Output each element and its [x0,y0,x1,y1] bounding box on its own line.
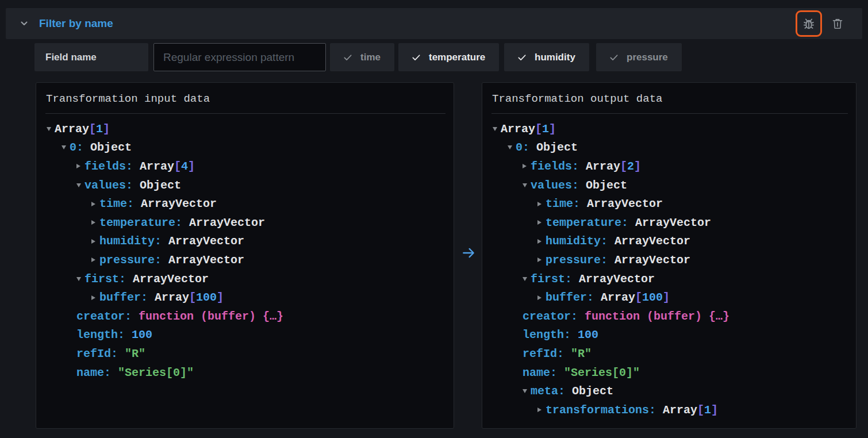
json-tree-row[interactable]: humidity: ArrayVector [482,232,851,251]
json-key: fields: [531,160,586,173]
json-tree-row[interactable]: fields: Array[4] [36,157,449,176]
collapse-toggle-icon[interactable] [523,277,531,281]
json-tree-row[interactable]: humidity: ArrayVector [36,232,449,251]
json-key: buffer: [99,291,155,304]
chevron-down-icon [20,19,29,28]
json-plain: Array [140,160,174,173]
transform-title[interactable]: Filter by name [39,17,113,30]
json-tree-row[interactable]: pressure: ArrayVector [36,251,449,270]
collapse-toggle-icon[interactable] [523,389,531,393]
json-key: pressure: [99,253,168,267]
collapse-toggle-icon[interactable] [508,145,516,149]
json-bracket: ] [103,122,110,136]
expand-toggle-icon[interactable] [91,258,99,262]
json-plain: Array [501,122,535,136]
json-plain: ArrayVector [587,197,663,210]
json-key: length: [523,328,578,341]
input-panel-title: Transformation input data [36,83,454,105]
expand-toggle-icon[interactable] [537,220,546,225]
expand-toggle-icon[interactable] [91,295,99,300]
field-toggle-label: time [360,52,381,63]
json-tree-row[interactable]: temperature: ArrayVector [36,213,449,232]
expand-toggle-icon[interactable] [91,239,99,244]
collapse-toggle-icon[interactable] [76,277,85,281]
json-bracket: ] [711,404,718,417]
json-key: temperature: [99,216,189,229]
checkmark-icon [411,52,421,63]
checkmark-icon [517,52,527,63]
transform-editor: Filter by name [0,0,868,438]
json-tree-row[interactable]: time: ArrayVector [36,194,449,213]
json-tree-row[interactable]: 0: Object [36,139,449,157]
expand-toggle-icon[interactable] [91,202,99,206]
json-number: 100 [642,291,663,304]
json-tree-row[interactable]: buffer: Array[100] [36,288,449,307]
expand-toggle-icon[interactable] [91,220,99,225]
json-key: 0: [70,141,90,154]
expand-toggle-icon[interactable] [537,408,546,412]
json-tree-row[interactable]: temperature: ArrayVector [482,213,851,232]
bug-icon [801,16,816,31]
collapse-toggle-icon[interactable] [523,183,531,187]
json-key: creator: [523,310,585,323]
debug-button[interactable] [796,10,822,37]
expand-toggle-icon[interactable] [537,295,546,300]
json-key: refId: [523,347,571,360]
json-bracket: [ [535,122,542,136]
json-key: humidity: [546,235,614,248]
regex-pattern-input[interactable] [153,43,326,71]
delete-transform-button[interactable] [827,13,848,34]
collapse-toggle-icon[interactable] [76,183,85,187]
json-tree-row: refId: "R" [36,344,449,363]
expand-toggle-icon[interactable] [537,202,546,206]
json-func: function (buffer) {…} [139,310,283,323]
json-plain: Object [140,179,181,192]
checkmark-icon [343,52,353,63]
json-plain: ArrayVector [141,197,217,210]
json-key: first: [531,272,579,286]
json-tree-row[interactable]: meta: Object [482,382,851,401]
collapse-toggle-icon[interactable] [62,145,70,149]
json-tree-row[interactable]: values: Object [482,176,851,195]
field-toggle-temperature[interactable]: temperature [398,43,499,71]
json-number: 1 [704,404,711,417]
json-plain: Array [601,291,635,304]
json-plain: Array [55,122,89,136]
field-toggle-humidity[interactable]: humidity [504,43,589,71]
collapse-toggle-icon[interactable] [493,127,501,131]
expand-toggle-icon[interactable] [76,164,85,168]
json-key: 0: [516,141,536,154]
json-key: transformations: [546,404,663,417]
json-tree-row[interactable]: 0: Object [482,139,851,157]
json-plain: Array [586,160,620,173]
json-bracket: [ [697,404,704,417]
expand-toggle-icon[interactable] [537,258,546,262]
json-tree-row[interactable]: first: ArrayVector [36,270,449,289]
collapse-toggle-icon[interactable] [47,127,55,131]
json-string: "Series[0]" [118,366,194,379]
field-toggle-time[interactable]: time [330,43,394,71]
expand-toggle-icon[interactable] [537,239,546,244]
json-plain: Object [572,385,613,398]
json-tree-row: length: 100 [482,326,851,345]
transformation-input-panel: Transformation input data Array[1]0: Obj… [36,82,454,429]
json-tree-row[interactable]: fields: Array[2] [482,157,851,176]
json-key: name: [523,366,564,379]
field-toggle-pressure[interactable]: pressure [596,43,682,71]
field-toggle-label: humidity [535,52,575,63]
json-tree-row[interactable]: Array[1] [36,120,449,139]
expand-toggle-icon[interactable] [523,164,531,168]
json-tree-row[interactable]: time: ArrayVector [482,194,851,213]
transform-flow-arrow-icon [460,244,477,262]
json-tree-row[interactable]: Array[1] [482,120,851,139]
json-plain: Array [155,291,189,304]
json-plain: ArrayVector [579,272,655,286]
json-func: function (buffer) {…} [585,310,729,323]
json-tree-row[interactable]: pressure: ArrayVector [482,251,851,270]
json-tree-row[interactable]: transformations: Array[1] [482,401,851,420]
json-number: 1 [96,122,103,136]
json-tree-row[interactable]: first: ArrayVector [482,270,851,289]
json-tree-row[interactable]: values: Object [36,176,449,195]
collapse-transform-button[interactable] [18,18,30,29]
json-tree-row[interactable]: buffer: Array[100] [482,288,851,307]
